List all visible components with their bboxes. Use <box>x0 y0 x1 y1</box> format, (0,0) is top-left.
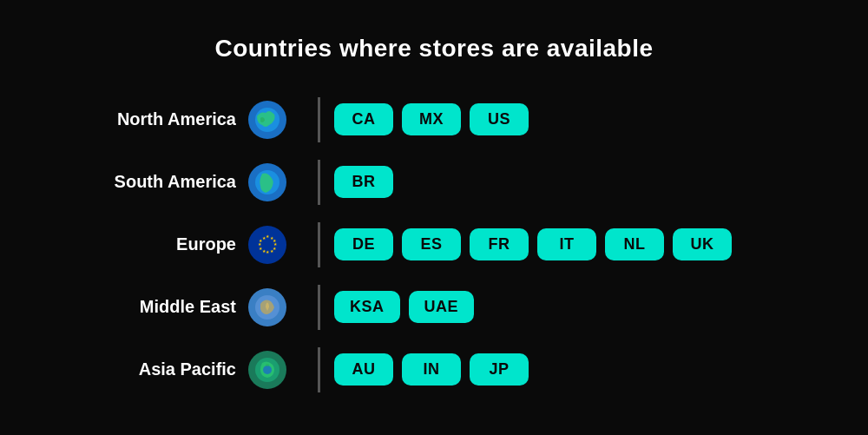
countries-asia-pacific: AUINJP <box>334 353 842 386</box>
region-row-middle-east: Middle East KSAUAE <box>26 276 842 339</box>
country-badge-ca: CA <box>334 103 393 135</box>
svg-point-22 <box>263 366 272 374</box>
region-name-north-america: North America <box>117 109 236 129</box>
country-badge-us: US <box>470 103 529 135</box>
region-icon-europe: ★★★★★★★★★★★★ <box>248 226 286 264</box>
region-name-middle-east: Middle East <box>140 297 236 317</box>
country-badge-nl: NL <box>605 228 664 260</box>
country-badge-in: IN <box>402 353 461 386</box>
country-badge-jp: JP <box>470 353 529 386</box>
svg-point-4 <box>248 226 286 264</box>
region-icon-south-america <box>248 163 286 201</box>
region-cell-middle-east: Middle East <box>26 288 304 326</box>
region-row-south-america: South America BR <box>26 151 842 214</box>
region-name-asia-pacific: Asia Pacific <box>139 359 236 379</box>
country-badge-ksa: KSA <box>334 291 400 323</box>
country-badge-mx: MX <box>402 103 461 135</box>
page-title: Countries where stores are available <box>26 35 842 63</box>
country-badge-it: IT <box>537 228 596 260</box>
region-icon-asia-pacific <box>248 351 286 389</box>
country-badge-de: DE <box>334 228 393 260</box>
region-cell-north-america: North America <box>26 101 304 139</box>
country-badge-es: ES <box>402 228 461 260</box>
main-container: Countries where stores are available Nor… <box>26 17 842 419</box>
divider-asia-pacific <box>318 347 320 392</box>
country-badge-fr: FR <box>470 228 529 260</box>
divider-south-america <box>318 160 320 205</box>
countries-north-america: CAMXUS <box>334 103 842 135</box>
regions-table: North America CAMXUSSouth America BREuro… <box>26 89 842 401</box>
region-cell-asia-pacific: Asia Pacific <box>26 351 304 389</box>
country-badge-au: AU <box>334 353 393 386</box>
divider-middle-east <box>318 285 320 330</box>
region-name-south-america: South America <box>115 172 236 192</box>
country-badge-uk: UK <box>673 228 732 260</box>
region-row-north-america: North America CAMXUS <box>26 89 842 151</box>
countries-south-america: BR <box>334 166 842 198</box>
region-name-europe: Europe <box>176 234 236 254</box>
divider-north-america <box>318 97 320 142</box>
country-badge-br: BR <box>334 166 393 198</box>
region-cell-europe: Europe ★★★★★★★★★★★★ <box>26 226 304 264</box>
countries-middle-east: KSAUAE <box>334 291 842 323</box>
divider-europe <box>318 222 320 267</box>
region-cell-south-america: South America <box>26 163 304 201</box>
region-row-asia-pacific: Asia Pacific AUINJP <box>26 339 842 401</box>
region-icon-north-america <box>248 101 286 139</box>
countries-europe: DEESFRITNLUK <box>334 228 842 260</box>
region-row-europe: Europe ★★★★★★★★★★★★ DEESFRITNLUK <box>26 214 842 276</box>
country-badge-uae: UAE <box>409 291 475 323</box>
region-icon-middle-east <box>248 288 286 326</box>
